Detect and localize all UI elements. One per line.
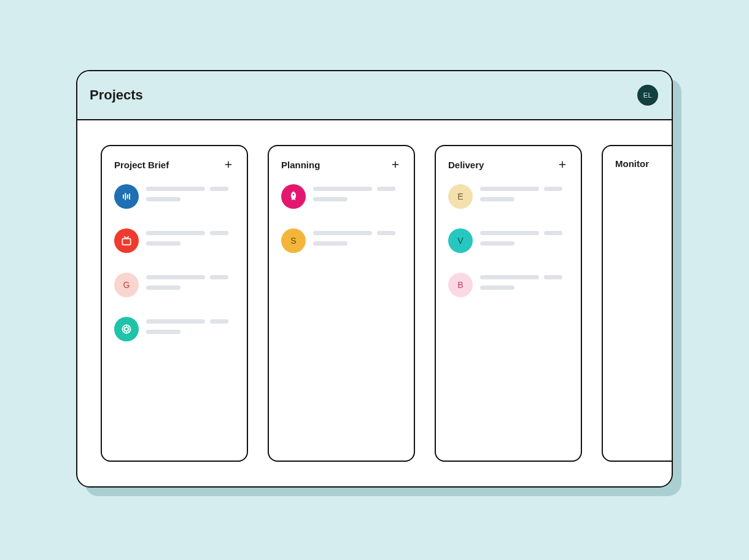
svg-line-13 (123, 326, 125, 328)
card-placeholder-text (480, 184, 569, 201)
projects-window: Projects EL Project Brief (76, 70, 673, 488)
column-header: Delivery (448, 158, 569, 171)
letter-badge: S (281, 228, 306, 253)
svg-line-15 (128, 326, 130, 328)
column-title: Delivery (448, 160, 484, 170)
card-placeholder-text (480, 273, 569, 290)
column-project-brief: Project Brief (101, 145, 248, 462)
add-card-button[interactable] (389, 158, 402, 171)
letter-badge: G (114, 273, 139, 297)
plus-icon (558, 160, 567, 169)
add-card-button[interactable] (556, 158, 569, 171)
tv-icon (114, 228, 139, 253)
card-placeholder-text (146, 273, 235, 290)
app-canvas: Projects EL Project Brief (0, 0, 749, 560)
project-card[interactable] (114, 317, 235, 341)
kanban-board: Project Brief (77, 120, 672, 486)
svg-point-19 (293, 194, 295, 196)
add-card-button[interactable] (222, 158, 235, 171)
card-list: E V B (448, 184, 569, 297)
plus-icon (391, 160, 400, 169)
project-card[interactable]: B (448, 273, 569, 297)
project-card[interactable]: G (114, 273, 235, 297)
column-title: Monitor (615, 158, 649, 169)
column-delivery: Delivery E V (435, 145, 582, 462)
page-title: Projects (90, 87, 143, 103)
audio-icon (114, 184, 139, 209)
card-list: G (114, 184, 235, 341)
project-card[interactable]: S (281, 228, 402, 253)
svg-rect-6 (122, 239, 130, 245)
project-card[interactable] (114, 228, 235, 253)
aperture-icon (114, 317, 139, 341)
letter-badge: E (448, 184, 473, 209)
card-list: S (281, 184, 402, 253)
rocket-icon (281, 184, 306, 209)
project-card[interactable]: V (448, 228, 569, 253)
column-header: Planning (281, 158, 402, 171)
project-card[interactable] (114, 184, 235, 209)
project-card[interactable] (281, 184, 402, 209)
column-header: Project Brief (114, 158, 235, 171)
card-placeholder-text (313, 228, 402, 246)
plus-icon (224, 160, 233, 169)
card-placeholder-text (480, 228, 569, 246)
card-placeholder-text (146, 184, 235, 201)
svg-line-14 (128, 330, 130, 332)
column-monitor: Monitor (602, 145, 672, 462)
column-title: Planning (281, 160, 320, 170)
column-title: Project Brief (114, 160, 169, 170)
letter-badge: V (448, 228, 473, 253)
column-header: Monitor (615, 158, 672, 169)
card-placeholder-text (313, 184, 402, 201)
letter-badge: B (448, 273, 473, 297)
card-placeholder-text (146, 228, 235, 246)
window-header: Projects EL (77, 71, 672, 120)
svg-line-16 (123, 330, 125, 332)
user-avatar[interactable]: EL (637, 85, 658, 106)
column-planning: Planning (268, 145, 415, 462)
card-placeholder-text (146, 317, 235, 334)
project-card[interactable]: E (448, 184, 569, 209)
